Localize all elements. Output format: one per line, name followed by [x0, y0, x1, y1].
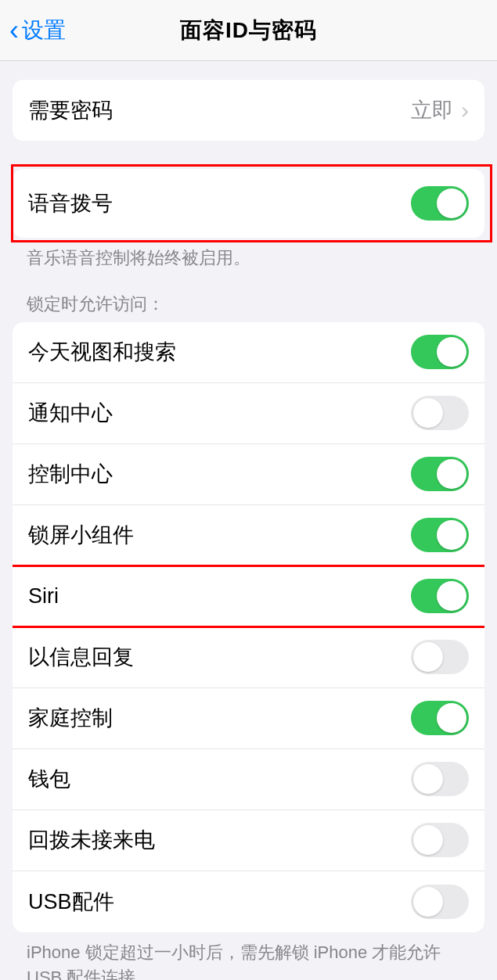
label-require-passcode: 需要密码 [28, 96, 411, 124]
nav-bar: ‹ 设置 面容ID与密码 [0, 0, 497, 61]
group-voice-dial-wrap: 语音拨号 [13, 169, 484, 238]
label-reply: 以信息回复 [28, 643, 411, 671]
toggle-voice-dial[interactable] [411, 186, 469, 221]
row-voice-dial: 语音拨号 [13, 169, 484, 238]
content: 需要密码 立即 › 语音拨号 音乐语音控制将始终被启用。 锁定时允许访问： 今天… [0, 80, 497, 980]
toggle-reply[interactable] [411, 640, 469, 674]
row-notification: 通知中心 [13, 383, 484, 444]
chevron-right-icon: › [461, 97, 469, 124]
label-siri: Siri [28, 584, 411, 608]
toggle-notification[interactable] [411, 396, 469, 430]
footer-usb: iPhone 锁定超过一小时后，需先解锁 iPhone 才能允许 USB 配件连… [0, 932, 497, 980]
toggle-today[interactable] [411, 335, 469, 369]
header-allow-access: 锁定时允许访问： [0, 271, 497, 322]
label-widgets: 锁屏小组件 [28, 521, 411, 549]
row-widgets: 锁屏小组件 [13, 505, 484, 566]
row-today: 今天视图和搜索 [13, 322, 484, 383]
chevron-left-icon: ‹ [9, 14, 19, 47]
row-callback: 回拨未接来电 [13, 810, 484, 871]
row-reply: 以信息回复 [13, 627, 484, 688]
label-callback: 回拨未接来电 [28, 826, 411, 854]
page-title: 面容ID与密码 [180, 16, 317, 45]
toggle-siri[interactable] [411, 579, 469, 613]
label-today: 今天视图和搜索 [28, 338, 411, 366]
toggle-callback[interactable] [411, 823, 469, 857]
back-label: 设置 [22, 16, 66, 45]
label-home: 家庭控制 [28, 704, 411, 732]
footer-voice-dial: 音乐语音控制将始终被启用。 [0, 238, 497, 271]
label-wallet: 钱包 [28, 765, 411, 793]
label-notification: 通知中心 [28, 399, 411, 427]
row-require-passcode[interactable]: 需要密码 立即 › [13, 80, 484, 141]
row-wallet: 钱包 [13, 749, 484, 810]
toggle-wallet[interactable] [411, 762, 469, 796]
label-usb: USB配件 [28, 888, 411, 916]
row-siri: Siri [13, 566, 484, 627]
row-home: 家庭控制 [13, 688, 484, 749]
toggle-home[interactable] [411, 701, 469, 735]
row-usb: USB配件 [13, 871, 484, 932]
toggle-widgets[interactable] [411, 518, 469, 552]
row-control: 控制中心 [13, 444, 484, 505]
group-allow-access: 今天视图和搜索 通知中心 控制中心 锁屏小组件 Siri 以信息回复 家庭控制 [13, 322, 484, 932]
group-require-passcode: 需要密码 立即 › [13, 80, 484, 141]
toggle-control[interactable] [411, 457, 469, 491]
toggle-usb[interactable] [411, 885, 469, 919]
label-control: 控制中心 [28, 460, 411, 488]
group-voice-dial: 语音拨号 [13, 169, 484, 238]
label-voice-dial: 语音拨号 [28, 189, 411, 217]
value-require-passcode: 立即 [411, 96, 453, 124]
back-button[interactable]: ‹ 设置 [9, 14, 66, 47]
